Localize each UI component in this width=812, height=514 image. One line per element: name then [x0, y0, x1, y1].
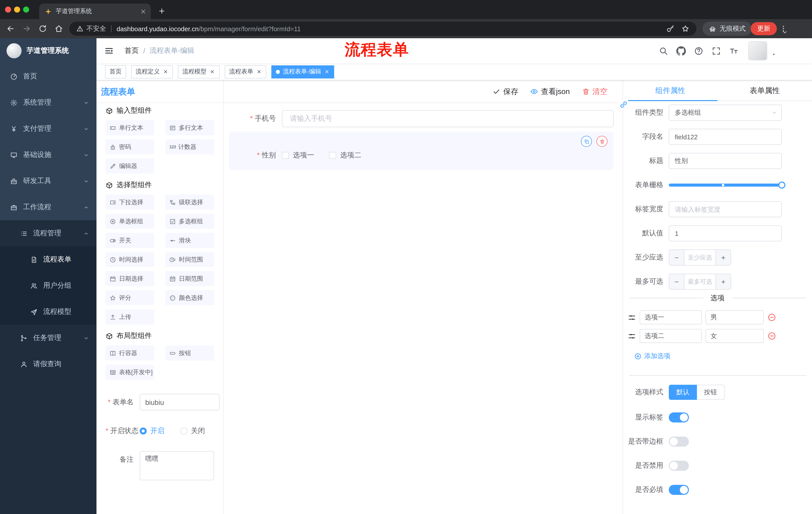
number-stepper[interactable]: 最多可选 [669, 274, 731, 290]
toggle-switch[interactable] [669, 436, 689, 447]
option-name-input[interactable] [640, 310, 702, 324]
stepper-increase-button[interactable] [716, 250, 731, 265]
browser-update-button[interactable]: 更新 [751, 22, 777, 35]
chevron-down-icon[interactable] [782, 29, 788, 35]
palette-item[interactable]: 123计数器 [165, 139, 214, 154]
insecure-warning-icon[interactable] [76, 25, 83, 32]
sidebar-item[interactable]: 基础设施 [0, 142, 96, 168]
help-icon[interactable] [694, 46, 703, 56]
style-button-button[interactable]: 按钮 [697, 384, 725, 400]
palette-item[interactable]: 评分 [106, 290, 154, 305]
palette-item[interactable]: 按钮 [165, 346, 214, 360]
close-icon[interactable] [256, 69, 262, 75]
canvas-field-phone[interactable]: 手机号 请输入手机号 [229, 110, 613, 127]
user-avatar[interactable] [748, 41, 767, 60]
palette-item[interactable]: 密码 [106, 139, 154, 154]
fullscreen-icon[interactable] [712, 46, 721, 56]
sidebar-item[interactable]: 任务管理 [0, 325, 96, 351]
radio-on-label[interactable]: 开启 [150, 426, 164, 435]
prop-input[interactable] [669, 201, 782, 217]
hamburger-icon[interactable] [104, 46, 114, 56]
drag-icon[interactable] [628, 332, 636, 340]
view-json-button[interactable]: 查看json [530, 87, 570, 96]
phone-input[interactable]: 请输入手机号 [282, 110, 613, 127]
palette-item[interactable]: 日期选择 [106, 271, 154, 286]
palette-item[interactable]: 下拉选择 [106, 195, 154, 210]
toggle-switch[interactable] [669, 412, 689, 422]
palette-item[interactable]: 日期范围 [165, 271, 214, 286]
stepper-decrease-button[interactable] [669, 250, 685, 265]
link-handle[interactable] [619, 100, 628, 109]
prop-input[interactable] [669, 153, 782, 169]
checkbox-icon[interactable] [329, 152, 336, 159]
component-type-select[interactable]: 多选框组 [669, 105, 782, 121]
option-name-input[interactable] [640, 329, 702, 343]
save-button[interactable]: 保存 [493, 87, 518, 96]
sidebar-item[interactable]: 系统管理 [0, 89, 96, 116]
option-value-input[interactable] [705, 310, 764, 324]
gender-option-1[interactable]: 选项一 [282, 151, 314, 160]
clear-button[interactable]: 清空 [582, 87, 608, 96]
page-tag[interactable]: 流程定义 [131, 65, 173, 78]
palette-item[interactable]: 开关 [106, 233, 154, 248]
palette-item[interactable]: 编辑器 [106, 158, 154, 173]
back-button[interactable] [6, 24, 15, 33]
palette-item[interactable]: 时间范围 [165, 252, 214, 267]
bookmark-star-icon[interactable] [682, 25, 689, 33]
stepper-increase-button[interactable] [716, 274, 731, 289]
sidebar-logo[interactable]: 芋道管理系统 [0, 38, 96, 63]
close-window-button[interactable] [5, 6, 11, 12]
breadcrumb-home[interactable]: 首页 [125, 46, 139, 55]
close-icon[interactable] [324, 69, 330, 75]
page-tag[interactable]: 流程模型 [178, 65, 220, 78]
stepper-decrease-button[interactable] [669, 274, 685, 289]
forward-button[interactable] [22, 24, 31, 33]
sidebar-item[interactable]: 请假查询 [0, 351, 96, 377]
minuscirc-icon[interactable] [767, 331, 776, 341]
chevdown-icon[interactable] [771, 110, 777, 116]
tab-component-props[interactable]: 组件属性 [623, 80, 718, 101]
user-menu-caret-icon[interactable] [771, 52, 776, 57]
sidebar-item[interactable]: 首页 [0, 63, 96, 89]
tab-form-props[interactable]: 表单属性 [718, 80, 812, 101]
form-name-input[interactable] [140, 394, 220, 410]
prop-input[interactable] [669, 225, 782, 241]
font-size-icon[interactable] [729, 46, 738, 56]
checkbox-icon[interactable] [282, 152, 289, 159]
sidebar-item[interactable]: 支付管理 [0, 116, 96, 142]
style-default-button[interactable]: 默认 [669, 384, 697, 400]
search-icon[interactable] [659, 46, 668, 56]
form-remark-textarea[interactable]: 嘿嘿 [140, 451, 214, 480]
github-icon[interactable] [676, 46, 686, 56]
close-icon[interactable] [163, 69, 168, 75]
page-tag[interactable]: 流程表单 [225, 65, 266, 78]
tab-close-icon[interactable] [140, 8, 147, 15]
sidebar-item[interactable]: 用户分组 [0, 273, 96, 299]
reload-button[interactable] [38, 24, 47, 33]
home-button[interactable] [54, 24, 63, 33]
add-option-button[interactable]: 添加选项 [634, 352, 670, 360]
palette-item[interactable]: 多选框组 [165, 214, 214, 229]
page-tag[interactable]: 流程表单-编辑 [271, 65, 334, 78]
radio-on-icon[interactable] [140, 427, 147, 434]
palette-item[interactable]: 上传 [106, 309, 154, 324]
address-bar[interactable]: 不安全 dashboard.yudao.iocoder.cn/bpm/manag… [69, 22, 696, 36]
browser-tab[interactable]: 芋道管理系统 [39, 3, 151, 19]
palette-item[interactable]: 时间选择 [106, 252, 154, 267]
palette-item[interactable]: 单选框组 [106, 214, 154, 229]
slider-handle[interactable] [778, 182, 785, 189]
option-value-input[interactable] [705, 329, 764, 343]
palette-item[interactable]: 多行文本 [165, 120, 214, 135]
canvas-field-gender-selected[interactable]: 性别 选项一 选项二 [229, 132, 613, 170]
palette-item[interactable]: 滑块 [165, 233, 214, 248]
gender-option-2[interactable]: 选项二 [329, 151, 361, 160]
sidebar-item[interactable]: 流程模型 [0, 299, 96, 325]
form-grid-slider[interactable] [669, 177, 782, 193]
delete-component-button[interactable] [597, 136, 608, 147]
copy-component-button[interactable] [581, 136, 592, 147]
close-icon[interactable] [209, 69, 215, 75]
sidebar-item[interactable]: 流程表单 [0, 246, 96, 273]
radio-off-label[interactable]: 关闭 [191, 426, 205, 435]
palette-item[interactable]: 单行文本 [106, 120, 154, 135]
maximize-window-button[interactable] [23, 6, 29, 12]
